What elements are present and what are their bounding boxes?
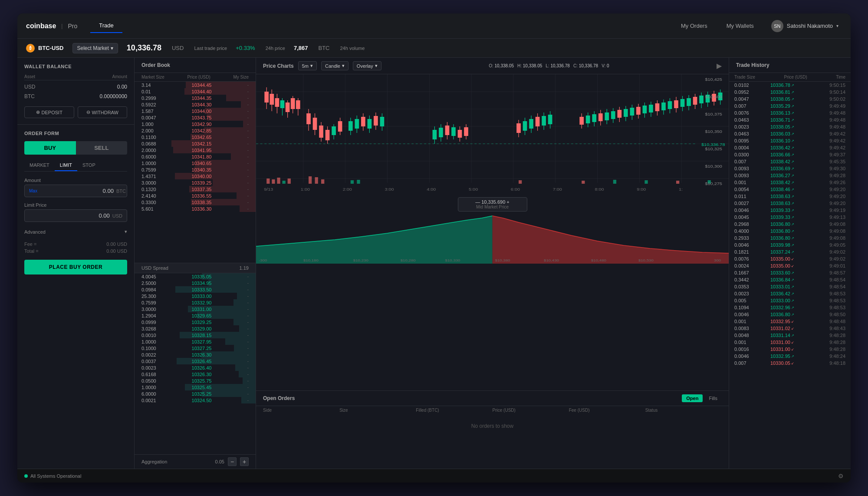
ob-ask-row[interactable]: 1.000 10342.90 - [135,121,256,127]
my-orders-link[interactable]: My Orders [676,20,713,32]
chart-type-selector[interactable]: Candle ▾ [321,61,349,70]
ob-bid-row[interactable]: 0.0999 10329.25 - [135,319,256,325]
limit-price-input[interactable] [29,212,110,219]
trade-history-row: 0.005 10333.00↗ 9:48:53 [729,297,851,304]
ob-bid-row[interactable]: 0.0037 10326.45 - [135,358,256,364]
no-orders-message: No orders to show [256,414,729,438]
ob-bid-row[interactable]: 6.0000 10325.25 - [135,390,256,397]
ob-ask-row[interactable]: 2.0000 10341.95 - [135,147,256,153]
open-tab-button[interactable]: Open [682,394,703,402]
order-book-panel: Order Book Market Size Price (USD) My Si… [135,58,256,469]
tab-market[interactable]: MARKET [24,160,55,171]
trade-history-row: 0.001 10332.95↙ 9:48:48 [729,318,851,325]
trade-history-row: 0.011 10338.63↗ 9:49:20 [729,193,851,200]
svg-text:$10,530: $10,530 [638,258,654,262]
svg-rect-137 [613,180,616,184]
svg-rect-139 [676,181,679,184]
withdraw-button[interactable]: ⊖ WITHDRAW [78,106,128,118]
agg-increase-button[interactable]: + [240,457,249,466]
svg-rect-100 [643,106,647,113]
aggregation-row: Aggregation 0.05 − + [135,454,256,469]
tab-trade[interactable]: Trade [90,19,122,33]
ob-ask-row[interactable]: 1.4371 10340.00 - [135,173,256,179]
mid-price-label: — 10,335.690 + Mid Market Price [458,197,527,212]
ob-ask-row[interactable]: 0.6000 10341.80 - [135,153,256,160]
wallet-title: Wallet Balance [24,64,127,69]
svg-rect-92 [617,110,621,118]
trade-history-row: 0.0016 10331.00↙ 9:48:28 [729,346,851,353]
ob-bid-row[interactable]: 0.6168 10326.30 - [135,371,256,377]
ob-ask-row[interactable]: 0.3300 10338.35 - [135,199,256,205]
trade-history-row: 0.0054 10338.46↗ 9:49:20 [729,186,851,193]
ob-ask-row[interactable]: 1.587 10344.00 - [135,108,256,114]
buy-button[interactable]: BUY [24,141,76,155]
ob-bid-row[interactable]: 0.0500 10325.75 - [135,377,256,384]
ob-ask-row[interactable]: 0.7599 10340.35 - [135,166,256,173]
ob-ask-row[interactable]: 0.01 10344.40 - [135,88,256,95]
ob-ask-row[interactable]: 2.000 10342.85 - [135,127,256,134]
trade-history-row: 0.0952 10336.81↗ 9:50:14 [729,89,851,96]
ob-bid-row[interactable]: 3.0000 10331.00 - [135,306,256,312]
ob-ask-row[interactable]: 1.0000 10340.65 - [135,160,256,166]
ob-ask-row[interactable]: 0.2999 10344.35 - [135,95,256,101]
ob-bid-row[interactable]: 2.5000 10334.95 - [135,280,256,286]
ob-bid-row[interactable]: 0.0010 10328.15 - [135,332,256,338]
timeframe-selector[interactable]: 5m ▾ [298,61,317,70]
ob-bid-row[interactable]: 3.0268 10329.00 - [135,325,256,332]
ob-ask-row[interactable]: 0.0047 10343.75 - [135,114,256,121]
user-area[interactable]: SN Satoshi Nakamoto ▾ [768,18,842,34]
ob-ask-row[interactable]: 0.5922 10344.30 - [135,101,256,108]
order-type-tabs: MARKET LIMIT STOP [24,160,127,172]
order-book-title: Order Book [135,58,256,73]
overlay-selector[interactable]: Overlay ▾ [353,61,381,70]
ob-bid-row[interactable]: 0.0021 10324.50 - [135,397,256,403]
settings-icon[interactable]: ⚙ [838,473,844,479]
tab-limit[interactable]: LIMIT [55,160,77,171]
svg-rect-94 [624,109,628,117]
ob-ask-row[interactable]: 3.0000 10339.25 - [135,179,256,186]
amount-input[interactable] [41,188,114,194]
svg-rect-84 [592,114,596,122]
ob-ask-row[interactable]: 2.4140 10336.55 - [135,192,256,199]
ob-bid-row[interactable]: 0.0984 10333.50 - [135,286,256,293]
status-dot [24,474,28,478]
ob-bid-row[interactable]: 1.0000 10325.45 - [135,384,256,390]
ob-bid-row[interactable]: 0.7599 10332.90 - [135,299,256,306]
ob-bid-row[interactable]: 4.0045 10335.05 - [135,273,256,280]
svg-text:9:00: 9:00 [637,187,646,192]
trade-history-row: 0.1821 10337.24↗ 9:49:02 [729,248,851,255]
place-order-button[interactable]: PLACE BUY ORDER [24,260,127,274]
pair-name: BTC-USD [38,45,64,51]
svg-text:$10,230: $10,230 [353,258,368,262]
ob-ask-row[interactable]: 0.1100 10342.65 - [135,134,256,140]
ob-bid-row[interactable]: 0.0023 10326.40 - [135,364,256,371]
ob-bid-row[interactable]: 1.0000 10327.95 - [135,338,256,345]
chart-forward-icon[interactable]: ▶ [717,62,722,70]
ob-bid-row[interactable]: 25.300 10333.00 - [135,293,256,299]
ob-bid-row[interactable]: 1.2904 10329.65 - [135,312,256,319]
svg-rect-58 [439,128,443,137]
advanced-toggle[interactable]: Advanced ▾ [24,227,127,236]
tab-stop[interactable]: STOP [77,160,101,171]
ob-bid-row[interactable]: 0.0022 10326.30 - [135,351,256,358]
agg-decrease-button[interactable]: − [228,457,237,466]
svg-rect-136 [582,181,585,184]
ob-ask-row[interactable]: 5.601 10336.30 - [135,205,256,212]
btc-icon: ₿ [26,44,35,53]
chevron-down-icon: ▾ [342,63,345,69]
svg-rect-44 [349,121,353,131]
amount-field: Amount Max BTC [24,178,127,197]
svg-rect-42 [338,121,342,132]
sell-button[interactable]: SELL [76,141,128,155]
chart-area[interactable]: $10,425 $10,400 $10,375 $10,350 $10,336.… [256,74,729,390]
max-label[interactable]: Max [29,188,37,193]
ob-bid-row[interactable]: 0.1000 10327.25 - [135,345,256,351]
ob-ask-row[interactable]: 0.1320 10337.35 - [135,186,256,192]
select-market-button[interactable]: Select Market ▾ [72,43,118,53]
fills-tab-button[interactable]: Fills [704,394,722,402]
ob-ask-row[interactable]: 0.0688 10342.15 - [135,140,256,147]
deposit-button[interactable]: ⊕ DEPOSIT [24,106,74,118]
ob-ask-row[interactable]: 3.14 10344.45 - [135,82,256,88]
my-wallets-link[interactable]: My Wallets [721,20,759,32]
logo-pro: Pro [68,23,77,30]
